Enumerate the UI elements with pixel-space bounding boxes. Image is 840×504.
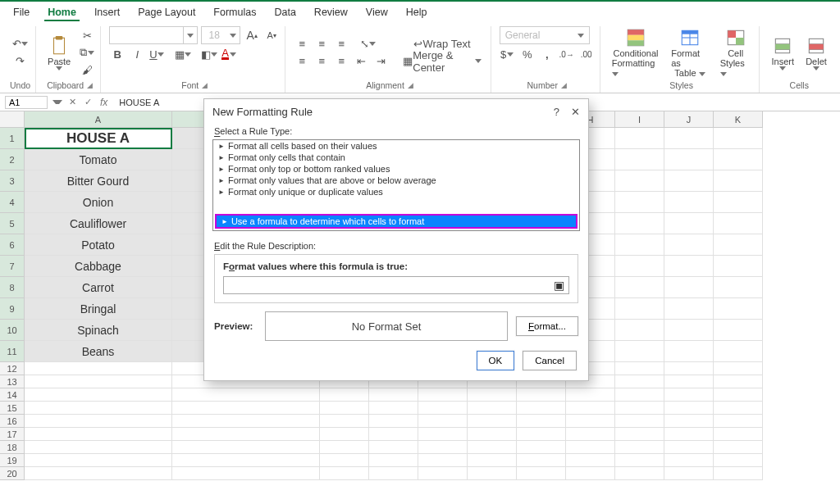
cell[interactable]: Spinach: [25, 320, 172, 341]
cell-styles-button[interactable]: Cell Styles: [717, 27, 755, 78]
row-header[interactable]: 18: [0, 441, 25, 454]
cell[interactable]: [566, 388, 615, 402]
row-header[interactable]: 2: [0, 149, 25, 170]
row-header[interactable]: 8: [0, 277, 25, 298]
cell[interactable]: [25, 454, 172, 467]
align-middle-button[interactable]: ≡: [313, 37, 330, 52]
ok-button[interactable]: OK: [477, 351, 515, 370]
cell[interactable]: [615, 388, 664, 402]
column-header[interactable]: I: [615, 111, 664, 128]
rule-type-item[interactable]: ►Format all cells based on their values: [213, 140, 579, 152]
cell[interactable]: [664, 192, 714, 213]
cell[interactable]: [664, 341, 714, 362]
merge-center-button[interactable]: ▦ Merge & Center: [399, 54, 485, 69]
menu-help[interactable]: Help: [403, 5, 431, 21]
cell[interactable]: Beans: [25, 341, 172, 362]
cell[interactable]: [664, 170, 714, 192]
cell[interactable]: [320, 454, 369, 467]
rule-type-item[interactable]: ►Format only unique or duplicate values: [213, 186, 579, 198]
cell[interactable]: [468, 402, 517, 415]
cell[interactable]: Tomato: [25, 149, 172, 170]
cell[interactable]: [615, 362, 664, 375]
cell[interactable]: [664, 441, 714, 454]
cell[interactable]: [320, 467, 369, 480]
decrease-font-button[interactable]: A▾: [263, 28, 280, 43]
cell[interactable]: [714, 298, 763, 320]
cell[interactable]: [418, 415, 468, 428]
cell[interactable]: [664, 149, 714, 170]
cell[interactable]: [320, 441, 369, 454]
fx-icon[interactable]: fx: [98, 97, 109, 108]
cell[interactable]: [320, 428, 369, 441]
cell[interactable]: [664, 375, 714, 388]
cell[interactable]: [714, 149, 763, 170]
cell[interactable]: [320, 415, 369, 428]
help-icon[interactable]: ?: [554, 106, 559, 118]
cell[interactable]: [615, 128, 664, 149]
cell[interactable]: [25, 467, 172, 480]
percent-format-button[interactable]: %: [519, 47, 536, 61]
cell[interactable]: [468, 388, 517, 402]
cell[interactable]: [517, 441, 566, 454]
cell[interactable]: [566, 467, 615, 480]
rule-type-list[interactable]: ►Format all cells based on their values …: [212, 139, 580, 231]
cell[interactable]: [25, 441, 172, 454]
underline-button[interactable]: U: [148, 47, 165, 61]
cell[interactable]: [714, 467, 763, 480]
select-all-corner[interactable]: [0, 111, 25, 128]
row-header[interactable]: 15: [0, 402, 25, 415]
cell[interactable]: [418, 467, 468, 480]
format-as-table-button[interactable]: Format as Table: [668, 27, 712, 78]
number-format-selector[interactable]: General: [500, 26, 590, 44]
cell[interactable]: [714, 170, 763, 192]
close-icon[interactable]: ✕: [571, 106, 580, 118]
paste-button[interactable]: Paste: [44, 35, 74, 70]
cell[interactable]: [615, 441, 664, 454]
cell[interactable]: [664, 362, 714, 375]
delete-cells-button[interactable]: Delet: [802, 35, 830, 70]
font-size-selector[interactable]: 18: [201, 26, 240, 44]
cell[interactable]: [566, 402, 615, 415]
cell[interactable]: HOUSE A: [25, 128, 172, 149]
row-header[interactable]: 14: [0, 388, 25, 402]
cell[interactable]: [615, 234, 664, 256]
enter-formula-icon[interactable]: ✓: [83, 97, 94, 107]
cell[interactable]: Carrot: [25, 277, 172, 298]
cell[interactable]: [664, 298, 714, 320]
cell[interactable]: [369, 402, 418, 415]
row-header[interactable]: 12: [0, 362, 25, 375]
formula-condition-input[interactable]: ▣: [223, 276, 569, 294]
column-header[interactable]: J: [664, 111, 714, 128]
cell[interactable]: [172, 428, 320, 441]
accounting-format-button[interactable]: $: [500, 47, 516, 61]
cancel-formula-icon[interactable]: ✕: [67, 97, 78, 107]
column-header[interactable]: K: [714, 111, 763, 128]
cell[interactable]: [714, 388, 763, 402]
row-header[interactable]: 7: [0, 256, 25, 277]
undo-button[interactable]: ↶: [12, 37, 29, 52]
row-header[interactable]: 5: [0, 213, 25, 234]
cell[interactable]: [369, 441, 418, 454]
cell[interactable]: [664, 415, 714, 428]
row-header[interactable]: 11: [0, 341, 25, 362]
cell[interactable]: [664, 256, 714, 277]
menu-review[interactable]: Review: [311, 5, 351, 21]
cell[interactable]: [714, 128, 763, 149]
increase-indent-button[interactable]: ⇥: [372, 54, 389, 69]
menu-formulas[interactable]: Formulas: [210, 5, 259, 21]
rule-type-item[interactable]: ►Format only top or bottom ranked values: [213, 163, 579, 175]
cell[interactable]: [615, 402, 664, 415]
row-header[interactable]: 6: [0, 234, 25, 256]
cell[interactable]: Cabbage: [25, 256, 172, 277]
cell[interactable]: Bringal: [25, 298, 172, 320]
cell[interactable]: [714, 362, 763, 375]
range-selector-icon[interactable]: ▣: [552, 279, 565, 292]
font-color-button[interactable]: A: [221, 47, 237, 61]
cancel-button[interactable]: Cancel: [523, 351, 577, 370]
cell[interactable]: [468, 441, 517, 454]
name-box-dropdown-icon[interactable]: [52, 100, 62, 104]
cell[interactable]: [320, 402, 369, 415]
cell[interactable]: [369, 415, 418, 428]
cell[interactable]: [615, 428, 664, 441]
row-header[interactable]: 9: [0, 298, 25, 320]
